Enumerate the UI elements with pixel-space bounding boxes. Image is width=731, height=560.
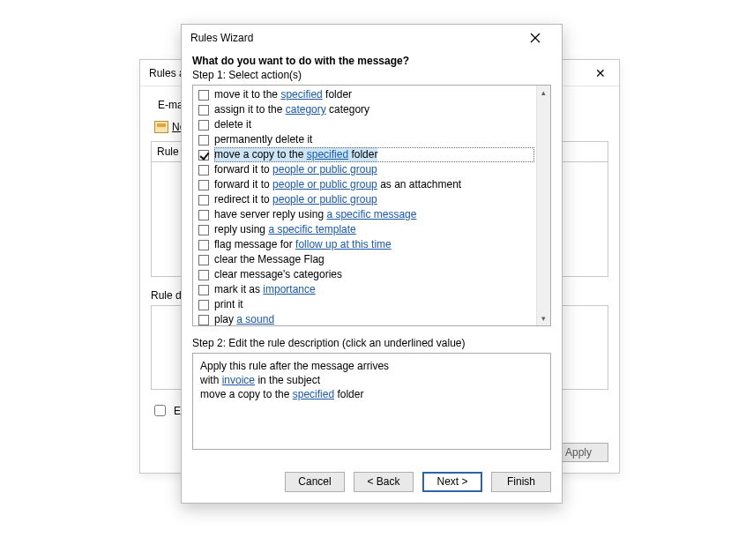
action-row[interactable]: forward it to people or public group as … bbox=[193, 177, 536, 192]
action-link[interactable]: specified bbox=[307, 148, 348, 161]
action-row[interactable]: flag message for follow up at this time bbox=[193, 237, 536, 252]
wizard-question: What do you want to do with the message? bbox=[192, 55, 551, 67]
action-row[interactable]: move it to the specified folder bbox=[193, 87, 536, 102]
action-label: assign it to the category category bbox=[214, 102, 369, 117]
desc-line-3: move a copy to the specified folder bbox=[200, 387, 543, 401]
action-label: play a sound bbox=[214, 312, 274, 325]
action-text: delete it bbox=[214, 118, 251, 131]
desc-line-1: Apply this rule after the message arrive… bbox=[200, 359, 543, 373]
action-text: redirect it to bbox=[214, 193, 272, 205]
action-label: have server reply using a specific messa… bbox=[214, 207, 416, 222]
action-row[interactable]: assign it to the category category bbox=[193, 102, 536, 117]
action-label: move it to the specified folder bbox=[214, 87, 352, 102]
action-link[interactable]: a specific message bbox=[326, 208, 416, 220]
action-row[interactable]: clear the Message Flag bbox=[193, 252, 536, 267]
finish-button[interactable]: Finish bbox=[491, 472, 551, 492]
action-checkbox[interactable] bbox=[198, 210, 209, 220]
action-row[interactable]: forward it to people or public group bbox=[193, 162, 536, 177]
action-text: category bbox=[326, 103, 369, 116]
action-text: reply using bbox=[214, 223, 268, 235]
action-text: folder bbox=[348, 148, 377, 161]
action-link[interactable]: people or public group bbox=[272, 178, 377, 190]
action-text: forward it to bbox=[214, 178, 272, 190]
action-text: permanently delete it bbox=[214, 133, 312, 146]
wizard-title-text: Rules Wizard bbox=[190, 32, 253, 44]
action-checkbox[interactable] bbox=[198, 240, 209, 250]
action-link[interactable]: specified bbox=[280, 88, 322, 101]
action-row[interactable]: redirect it to people or public group bbox=[193, 192, 536, 207]
action-checkbox[interactable] bbox=[198, 315, 209, 325]
action-text: clear the Message Flag bbox=[214, 253, 324, 265]
desc-line-2: with invoice in the subject bbox=[200, 373, 543, 387]
action-row[interactable]: play a sound bbox=[193, 312, 536, 325]
action-row[interactable]: permanently delete it bbox=[193, 132, 536, 147]
action-checkbox[interactable] bbox=[198, 195, 209, 205]
step1-label: Step 1: Select action(s) bbox=[192, 69, 551, 81]
scroll-up-icon[interactable]: ▴ bbox=[537, 86, 550, 100]
step2-label: Step 2: Edit the rule description (click… bbox=[192, 337, 551, 349]
folder-value-link[interactable]: specified bbox=[293, 388, 334, 400]
action-checkbox[interactable] bbox=[198, 285, 209, 295]
action-label: permanently delete it bbox=[214, 132, 312, 147]
enable-checkbox[interactable] bbox=[154, 405, 166, 416]
action-checkbox[interactable] bbox=[198, 105, 209, 116]
action-row[interactable]: delete it bbox=[193, 117, 536, 132]
action-checkbox[interactable] bbox=[198, 120, 209, 131]
action-checkbox[interactable] bbox=[198, 225, 209, 235]
action-label: move a copy to the specified folder bbox=[214, 147, 377, 162]
action-row[interactable]: print it bbox=[193, 297, 536, 312]
action-checkbox[interactable] bbox=[198, 135, 209, 146]
wizard-footer: Cancel < Back Next > Finish bbox=[182, 461, 562, 503]
actions-list-container: move it to the specified folderassign it… bbox=[192, 85, 551, 326]
action-label: clear message's categories bbox=[214, 267, 342, 282]
action-link[interactable]: follow up at this time bbox=[295, 238, 392, 250]
action-checkbox[interactable] bbox=[198, 150, 209, 161]
rules-wizard-dialog: Rules Wizard What do you want to do with… bbox=[181, 24, 563, 504]
scroll-down-icon[interactable]: ▾ bbox=[537, 311, 550, 325]
action-text: as an attachment bbox=[377, 178, 461, 190]
action-text: print it bbox=[214, 298, 243, 310]
action-checkbox[interactable] bbox=[198, 90, 209, 101]
action-text: assign it to the bbox=[214, 103, 286, 116]
action-link[interactable]: a sound bbox=[236, 313, 274, 325]
action-label: forward it to people or public group as … bbox=[214, 177, 461, 192]
action-link[interactable]: people or public group bbox=[272, 163, 377, 175]
action-label: clear the Message Flag bbox=[214, 252, 324, 267]
action-row[interactable]: have server reply using a specific messa… bbox=[193, 207, 536, 222]
action-text: clear message's categories bbox=[214, 268, 342, 280]
action-link[interactable]: people or public group bbox=[272, 193, 377, 205]
action-text: folder bbox=[323, 88, 352, 101]
close-icon[interactable]: ✕ bbox=[582, 60, 619, 86]
action-checkbox[interactable] bbox=[198, 180, 209, 190]
action-checkbox[interactable] bbox=[198, 255, 209, 265]
subject-value-link[interactable]: invoice bbox=[222, 374, 255, 386]
action-checkbox[interactable] bbox=[198, 165, 209, 175]
action-checkbox[interactable] bbox=[198, 270, 209, 280]
action-label: redirect it to people or public group bbox=[214, 192, 377, 207]
action-row[interactable]: clear message's categories bbox=[193, 267, 536, 282]
action-text: play bbox=[214, 313, 236, 325]
action-label: forward it to people or public group bbox=[214, 162, 377, 177]
action-row[interactable]: mark it as importance bbox=[193, 282, 536, 297]
scrollbar[interactable]: ▴ ▾ bbox=[536, 86, 550, 325]
next-button[interactable]: Next > bbox=[422, 472, 482, 492]
action-link[interactable]: importance bbox=[263, 283, 315, 295]
action-checkbox[interactable] bbox=[198, 300, 209, 310]
wizard-body: What do you want to do with the message?… bbox=[182, 51, 562, 461]
close-icon bbox=[530, 33, 541, 43]
close-button[interactable] bbox=[518, 25, 553, 51]
action-row[interactable]: move a copy to the specified folder bbox=[193, 147, 536, 162]
rule-description-box[interactable]: Apply this rule after the message arrive… bbox=[192, 353, 551, 450]
action-text: move a copy to the bbox=[214, 148, 307, 161]
actions-list[interactable]: move it to the specified folderassign it… bbox=[193, 86, 536, 325]
action-text: move it to the bbox=[214, 88, 280, 101]
action-row[interactable]: reply using a specific template bbox=[193, 222, 536, 237]
action-label: print it bbox=[214, 297, 243, 312]
action-link[interactable]: a specific template bbox=[268, 223, 355, 235]
wizard-title-bar: Rules Wizard bbox=[182, 25, 562, 51]
action-label: delete it bbox=[214, 117, 251, 132]
back-button[interactable]: < Back bbox=[354, 472, 414, 492]
cancel-button[interactable]: Cancel bbox=[285, 472, 345, 492]
action-link[interactable]: category bbox=[286, 103, 326, 116]
action-label: flag message for follow up at this time bbox=[214, 237, 392, 252]
